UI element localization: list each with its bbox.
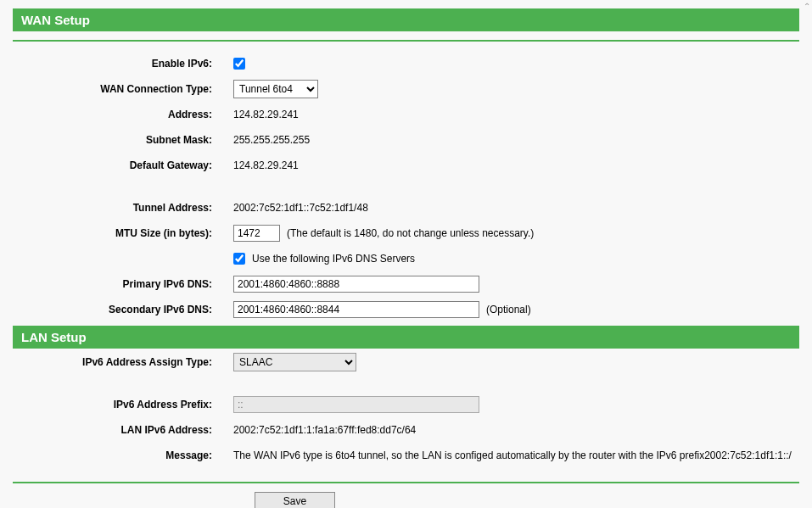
- use-dns-checkbox[interactable]: [233, 253, 245, 265]
- use-dns-text: Use the following IPv6 DNS Servers: [252, 253, 415, 265]
- label-enable-ipv6: Enable IPv6:: [13, 58, 233, 70]
- lan-ipv6-value: 2002:7c52:1df1:1:fa1a:67ff:fed8:dd7c/64: [233, 424, 416, 436]
- secondary-dns-hint: (Optional): [486, 304, 531, 315]
- label-secondary-dns: Secondary IPv6 DNS:: [13, 304, 233, 315]
- address-value: 124.82.29.241: [233, 109, 299, 120]
- message-value: The WAN IPv6 type is 6to4 tunnel, so the…: [233, 449, 792, 461]
- divider-bottom: [13, 482, 799, 483]
- label-subnet-mask: Subnet Mask:: [13, 134, 233, 146]
- mtu-hint: (The default is 1480, do not change unle…: [287, 227, 534, 239]
- label-prefix: IPv6 Address Prefix:: [13, 399, 233, 410]
- lan-setup-header: LAN Setup: [13, 326, 799, 349]
- label-assign-type: IPv6 Address Assign Type:: [13, 356, 233, 368]
- label-mtu-size: MTU Size (in bytes):: [13, 227, 233, 239]
- tunnel-address-value: 2002:7c52:1df1::7c52:1df1/48: [233, 202, 368, 214]
- enable-ipv6-checkbox[interactable]: [233, 58, 245, 70]
- divider: [13, 40, 799, 42]
- ipv6-prefix-input: [233, 396, 479, 413]
- wan-setup-header: WAN Setup: [13, 8, 799, 31]
- save-button[interactable]: Save: [255, 492, 335, 508]
- scroll-up-indicator: ⌃: [804, 2, 810, 11]
- label-lan-ipv6: LAN IPv6 Address:: [13, 424, 233, 436]
- label-default-gateway: Default Gateway:: [13, 159, 233, 171]
- primary-dns-input[interactable]: [233, 276, 479, 293]
- label-primary-dns: Primary IPv6 DNS:: [13, 278, 233, 290]
- wan-connection-type-select[interactable]: Tunnel 6to4: [233, 80, 318, 98]
- subnet-mask-value: 255.255.255.255: [233, 134, 310, 146]
- label-address: Address:: [13, 109, 233, 120]
- label-wan-conn-type: WAN Connection Type:: [13, 83, 233, 95]
- mtu-size-input[interactable]: [233, 225, 280, 242]
- secondary-dns-input[interactable]: [233, 301, 479, 318]
- default-gateway-value: 124.82.29.241: [233, 159, 299, 171]
- label-message: Message:: [13, 449, 233, 461]
- label-tunnel-address: Tunnel Address:: [13, 202, 233, 214]
- ipv6-assign-type-select[interactable]: SLAAC: [233, 353, 356, 371]
